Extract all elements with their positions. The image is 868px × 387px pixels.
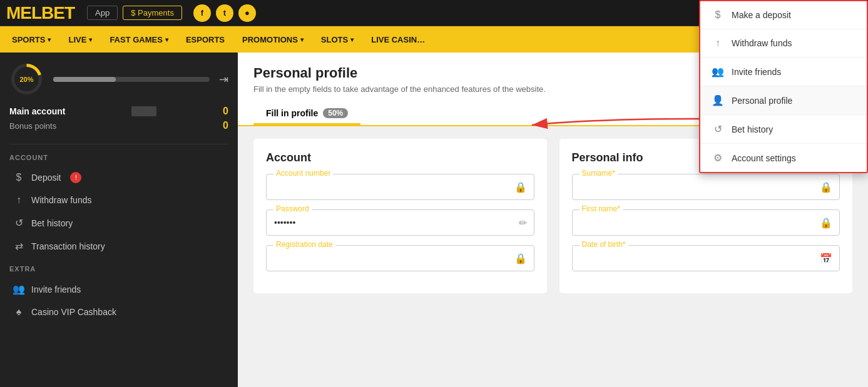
- logo-mel: MEL: [6, 3, 41, 23]
- main-account-value: 0: [223, 106, 228, 117]
- facebook-icon[interactable]: f: [193, 4, 211, 22]
- lock-icon: 🔒: [820, 181, 832, 193]
- nav-esports[interactable]: ESPORTS: [177, 26, 233, 53]
- main-account-label: Main account: [9, 106, 65, 116]
- surname-label: Surname*: [580, 169, 618, 178]
- account-section-label: ACCOUNT: [9, 154, 228, 161]
- chevron-down-icon: ▾: [48, 36, 51, 43]
- tab-badge: 50%: [323, 108, 348, 118]
- exit-icon[interactable]: ⇥: [219, 73, 228, 86]
- withdraw-label: Withdraw funds: [31, 195, 91, 205]
- sidebar: 20% ⇥ Main account —— 0 Bonus points 0: [0, 53, 238, 387]
- logo: MELBET: [6, 3, 74, 23]
- lock-icon: 🔒: [514, 253, 527, 264]
- instagram-icon[interactable]: ●: [238, 4, 256, 22]
- surname-input[interactable]: [572, 174, 840, 200]
- history-icon: ↺: [13, 217, 25, 229]
- account-dropdown: $ Make a deposit ↑ Withdraw funds 👥 Invi…: [699, 0, 868, 173]
- invite-friends-label: Invite friends: [31, 284, 81, 294]
- dob-label: Date of birth*: [580, 240, 628, 249]
- transaction-history-label: Transaction history: [31, 241, 105, 251]
- withdraw-icon: ↑: [13, 194, 25, 206]
- twitter-icon[interactable]: t: [216, 4, 233, 22]
- chevron-down-icon: ▾: [89, 36, 92, 43]
- dropdown-withdraw-funds[interactable]: ↑ Withdraw funds: [700, 29, 867, 58]
- calendar-icon: 📅: [820, 253, 832, 264]
- password-label: Password: [273, 204, 312, 213]
- chevron-down-icon: ▾: [350, 36, 354, 43]
- withdraw-funds-label: Withdraw funds: [732, 38, 792, 48]
- user-icon: 👤: [712, 94, 724, 106]
- firstname-field: First name* 🔒: [572, 209, 840, 236]
- account-number-input[interactable]: [266, 174, 534, 200]
- progress-bar: [53, 77, 210, 82]
- page-wrapper: MELBET App $ Payments f t ● ↻ Main accou…: [0, 0, 868, 387]
- sidebar-item-deposit[interactable]: $ Deposit !: [9, 166, 228, 189]
- surname-field: Surname* 🔒: [572, 174, 840, 200]
- progress-bar-fill: [53, 77, 116, 82]
- bet-history-label: Bet history: [732, 124, 773, 134]
- bonus-label: Bonus points: [9, 121, 56, 131]
- bonus-value: 0: [223, 120, 228, 131]
- invite-friends-label: Invite friends: [732, 67, 781, 77]
- sidebar-item-transaction-history[interactable]: ⇄ Transaction history: [9, 234, 228, 258]
- logo-bet: BET: [41, 3, 74, 23]
- lock-icon: 🔒: [820, 217, 832, 229]
- chevron-down-icon: ▾: [300, 36, 304, 43]
- dropdown-personal-profile[interactable]: 👤 Personal profile: [700, 86, 867, 115]
- progress-percentage: 20%: [19, 76, 33, 83]
- personal-profile-label: Personal profile: [732, 96, 792, 106]
- sidebar-item-casino-vip[interactable]: ♠ Casino VIP Cashback: [9, 301, 228, 323]
- social-icons: f t ●: [193, 4, 256, 22]
- casino-vip-label: Casino VIP Cashback: [31, 307, 116, 317]
- registration-date-input[interactable]: [266, 245, 534, 271]
- make-deposit-label: Make a deposit: [732, 10, 791, 20]
- account-info: Main account —— 0 Bonus points 0: [9, 106, 228, 144]
- bet-history-label: Bet history: [31, 218, 73, 228]
- gear-icon: ⚙: [712, 152, 724, 164]
- account-card: Account Account number 🔒 Password ✏ Regi…: [253, 139, 547, 293]
- account-card-title: Account: [266, 151, 534, 164]
- account-dashes: ——: [131, 106, 156, 116]
- password-field: Password ✏: [266, 209, 534, 236]
- deposit-icon: $: [712, 9, 724, 21]
- transaction-icon: ⇄: [13, 240, 25, 252]
- password-input[interactable]: [266, 209, 534, 236]
- dropdown-invite-friends[interactable]: 👥 Invite friends: [700, 58, 867, 86]
- dob-field: Date of birth* 📅: [572, 245, 840, 271]
- main-account-row: Main account —— 0: [9, 106, 228, 117]
- dropdown-make-deposit[interactable]: $ Make a deposit: [700, 1, 867, 29]
- vip-icon: ♠: [13, 306, 25, 318]
- nav-promotions[interactable]: PROMOTIONS▾: [233, 26, 312, 53]
- account-settings-label: Account settings: [732, 153, 796, 163]
- extra-section-label: EXTRA: [9, 265, 228, 273]
- tab-fill-in-profile[interactable]: Fill in profile 50%: [253, 103, 360, 125]
- nav-slots[interactable]: SLOTS▾: [312, 26, 362, 53]
- dropdown-bet-history[interactable]: ↺ Bet history: [700, 115, 867, 144]
- nav-live-casino[interactable]: LIVE CASIN…: [362, 26, 434, 53]
- deposit-label: Deposit: [31, 173, 61, 183]
- tab-label: Fill in profile: [266, 108, 318, 118]
- firstname-input[interactable]: [572, 209, 840, 236]
- friends-icon: 👥: [712, 66, 724, 78]
- edit-icon: ✏: [519, 217, 527, 229]
- registration-field: Registration date 🔒: [266, 245, 534, 271]
- sidebar-item-bet-history[interactable]: ↺ Bet history: [9, 211, 228, 234]
- history-icon: ↺: [712, 123, 724, 135]
- lock-icon: 🔒: [514, 181, 527, 193]
- bonus-row: Bonus points 0: [9, 120, 228, 131]
- withdraw-icon: ↑: [712, 38, 724, 49]
- progress-circle: 20%: [9, 62, 44, 96]
- friends-icon: 👥: [13, 283, 25, 295]
- nav-fast-games[interactable]: FAST GAMES▾: [101, 26, 177, 53]
- nav-sports[interactable]: SPORTS▾: [3, 26, 59, 53]
- dob-input[interactable]: [572, 245, 840, 271]
- account-number-field: Account number 🔒: [266, 174, 534, 200]
- sidebar-item-invite-friends[interactable]: 👥 Invite friends: [9, 278, 228, 301]
- payments-button[interactable]: $ Payments: [123, 6, 182, 20]
- nav-live[interactable]: LIVE▾: [59, 26, 101, 53]
- dropdown-account-settings[interactable]: ⚙ Account settings: [700, 144, 867, 172]
- sidebar-item-withdraw[interactable]: ↑ Withdraw funds: [9, 189, 228, 211]
- app-button[interactable]: App: [87, 6, 118, 20]
- account-number-label: Account number: [273, 169, 333, 178]
